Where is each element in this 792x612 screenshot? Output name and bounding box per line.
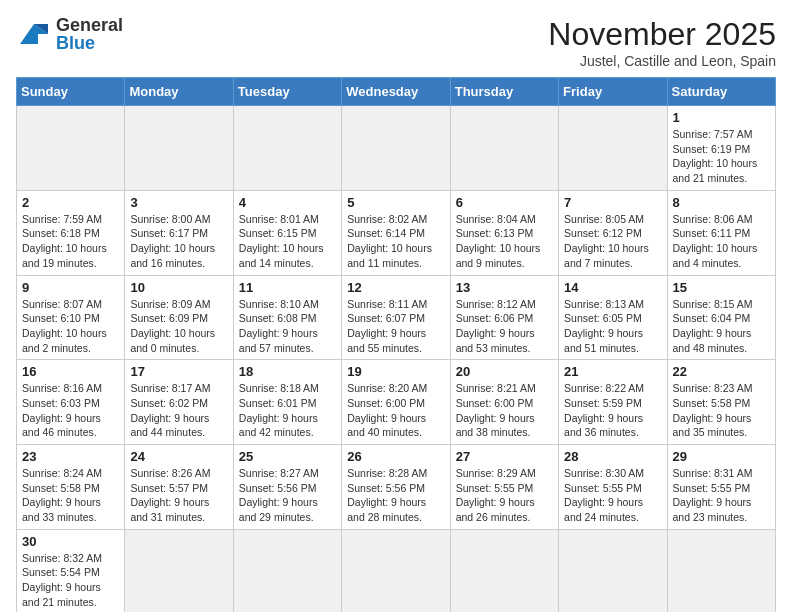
day-info: Sunrise: 8:22 AM Sunset: 5:59 PM Dayligh…: [564, 381, 661, 440]
day-number: 29: [673, 449, 770, 464]
table-row: 15Sunrise: 8:15 AM Sunset: 6:04 PM Dayli…: [667, 275, 775, 360]
calendar-row: 23Sunrise: 8:24 AM Sunset: 5:58 PM Dayli…: [17, 445, 776, 530]
table-row: 28Sunrise: 8:30 AM Sunset: 5:55 PM Dayli…: [559, 445, 667, 530]
calendar-row: 30Sunrise: 8:32 AM Sunset: 5:54 PM Dayli…: [17, 529, 776, 612]
calendar-row: 2Sunrise: 7:59 AM Sunset: 6:18 PM Daylig…: [17, 190, 776, 275]
table-row: 20Sunrise: 8:21 AM Sunset: 6:00 PM Dayli…: [450, 360, 558, 445]
table-row: 10Sunrise: 8:09 AM Sunset: 6:09 PM Dayli…: [125, 275, 233, 360]
table-row: 8Sunrise: 8:06 AM Sunset: 6:11 PM Daylig…: [667, 190, 775, 275]
table-row: [450, 529, 558, 612]
day-number: 9: [22, 280, 119, 295]
table-row: [559, 529, 667, 612]
header-saturday: Saturday: [667, 78, 775, 106]
table-row: 19Sunrise: 8:20 AM Sunset: 6:00 PM Dayli…: [342, 360, 450, 445]
page-header: GeneralBlue November 2025 Justel, Castil…: [16, 16, 776, 69]
table-row: 22Sunrise: 8:23 AM Sunset: 5:58 PM Dayli…: [667, 360, 775, 445]
table-row: 25Sunrise: 8:27 AM Sunset: 5:56 PM Dayli…: [233, 445, 341, 530]
day-info: Sunrise: 7:57 AM Sunset: 6:19 PM Dayligh…: [673, 127, 770, 186]
day-info: Sunrise: 8:30 AM Sunset: 5:55 PM Dayligh…: [564, 466, 661, 525]
table-row: 3Sunrise: 8:00 AM Sunset: 6:17 PM Daylig…: [125, 190, 233, 275]
day-number: 17: [130, 364, 227, 379]
day-number: 11: [239, 280, 336, 295]
table-row: [17, 106, 125, 191]
table-row: 27Sunrise: 8:29 AM Sunset: 5:55 PM Dayli…: [450, 445, 558, 530]
table-row: [342, 106, 450, 191]
table-row: 16Sunrise: 8:16 AM Sunset: 6:03 PM Dayli…: [17, 360, 125, 445]
day-number: 2: [22, 195, 119, 210]
header-sunday: Sunday: [17, 78, 125, 106]
table-row: 7Sunrise: 8:05 AM Sunset: 6:12 PM Daylig…: [559, 190, 667, 275]
day-info: Sunrise: 8:31 AM Sunset: 5:55 PM Dayligh…: [673, 466, 770, 525]
day-info: Sunrise: 8:16 AM Sunset: 6:03 PM Dayligh…: [22, 381, 119, 440]
day-number: 18: [239, 364, 336, 379]
day-info: Sunrise: 8:20 AM Sunset: 6:00 PM Dayligh…: [347, 381, 444, 440]
table-row: 6Sunrise: 8:04 AM Sunset: 6:13 PM Daylig…: [450, 190, 558, 275]
table-row: [342, 529, 450, 612]
day-number: 22: [673, 364, 770, 379]
day-number: 30: [22, 534, 119, 549]
table-row: [125, 529, 233, 612]
day-info: Sunrise: 8:00 AM Sunset: 6:17 PM Dayligh…: [130, 212, 227, 271]
day-number: 15: [673, 280, 770, 295]
day-info: Sunrise: 7:59 AM Sunset: 6:18 PM Dayligh…: [22, 212, 119, 271]
table-row: 26Sunrise: 8:28 AM Sunset: 5:56 PM Dayli…: [342, 445, 450, 530]
logo: GeneralBlue: [16, 16, 123, 52]
table-row: 4Sunrise: 8:01 AM Sunset: 6:15 PM Daylig…: [233, 190, 341, 275]
table-row: [667, 529, 775, 612]
day-number: 23: [22, 449, 119, 464]
day-number: 3: [130, 195, 227, 210]
day-number: 16: [22, 364, 119, 379]
day-info: Sunrise: 8:17 AM Sunset: 6:02 PM Dayligh…: [130, 381, 227, 440]
day-number: 4: [239, 195, 336, 210]
table-row: 1Sunrise: 7:57 AM Sunset: 6:19 PM Daylig…: [667, 106, 775, 191]
header-monday: Monday: [125, 78, 233, 106]
header-tuesday: Tuesday: [233, 78, 341, 106]
day-info: Sunrise: 8:18 AM Sunset: 6:01 PM Dayligh…: [239, 381, 336, 440]
weekday-header-row: Sunday Monday Tuesday Wednesday Thursday…: [17, 78, 776, 106]
day-number: 28: [564, 449, 661, 464]
table-row: 14Sunrise: 8:13 AM Sunset: 6:05 PM Dayli…: [559, 275, 667, 360]
table-row: 11Sunrise: 8:10 AM Sunset: 6:08 PM Dayli…: [233, 275, 341, 360]
location: Justel, Castille and Leon, Spain: [548, 53, 776, 69]
day-number: 19: [347, 364, 444, 379]
day-info: Sunrise: 8:02 AM Sunset: 6:14 PM Dayligh…: [347, 212, 444, 271]
calendar-row: 9Sunrise: 8:07 AM Sunset: 6:10 PM Daylig…: [17, 275, 776, 360]
day-number: 7: [564, 195, 661, 210]
table-row: 5Sunrise: 8:02 AM Sunset: 6:14 PM Daylig…: [342, 190, 450, 275]
day-number: 21: [564, 364, 661, 379]
day-info: Sunrise: 8:28 AM Sunset: 5:56 PM Dayligh…: [347, 466, 444, 525]
day-info: Sunrise: 8:15 AM Sunset: 6:04 PM Dayligh…: [673, 297, 770, 356]
header-thursday: Thursday: [450, 78, 558, 106]
day-info: Sunrise: 8:12 AM Sunset: 6:06 PM Dayligh…: [456, 297, 553, 356]
day-info: Sunrise: 8:04 AM Sunset: 6:13 PM Dayligh…: [456, 212, 553, 271]
table-row: [559, 106, 667, 191]
day-info: Sunrise: 8:29 AM Sunset: 5:55 PM Dayligh…: [456, 466, 553, 525]
day-info: Sunrise: 8:13 AM Sunset: 6:05 PM Dayligh…: [564, 297, 661, 356]
table-row: [233, 106, 341, 191]
table-row: 24Sunrise: 8:26 AM Sunset: 5:57 PM Dayli…: [125, 445, 233, 530]
table-row: [125, 106, 233, 191]
logo-text: GeneralBlue: [56, 16, 123, 52]
day-info: Sunrise: 8:06 AM Sunset: 6:11 PM Dayligh…: [673, 212, 770, 271]
table-row: 12Sunrise: 8:11 AM Sunset: 6:07 PM Dayli…: [342, 275, 450, 360]
day-number: 13: [456, 280, 553, 295]
day-number: 14: [564, 280, 661, 295]
day-number: 8: [673, 195, 770, 210]
table-row: 2Sunrise: 7:59 AM Sunset: 6:18 PM Daylig…: [17, 190, 125, 275]
day-info: Sunrise: 8:05 AM Sunset: 6:12 PM Dayligh…: [564, 212, 661, 271]
day-info: Sunrise: 8:24 AM Sunset: 5:58 PM Dayligh…: [22, 466, 119, 525]
table-row: 9Sunrise: 8:07 AM Sunset: 6:10 PM Daylig…: [17, 275, 125, 360]
day-info: Sunrise: 8:01 AM Sunset: 6:15 PM Dayligh…: [239, 212, 336, 271]
month-title: November 2025: [548, 16, 776, 53]
calendar-table: Sunday Monday Tuesday Wednesday Thursday…: [16, 77, 776, 612]
table-row: 21Sunrise: 8:22 AM Sunset: 5:59 PM Dayli…: [559, 360, 667, 445]
header-wednesday: Wednesday: [342, 78, 450, 106]
day-info: Sunrise: 8:07 AM Sunset: 6:10 PM Dayligh…: [22, 297, 119, 356]
day-info: Sunrise: 8:11 AM Sunset: 6:07 PM Dayligh…: [347, 297, 444, 356]
table-row: 18Sunrise: 8:18 AM Sunset: 6:01 PM Dayli…: [233, 360, 341, 445]
title-block: November 2025 Justel, Castille and Leon,…: [548, 16, 776, 69]
day-number: 24: [130, 449, 227, 464]
day-number: 1: [673, 110, 770, 125]
day-number: 20: [456, 364, 553, 379]
day-info: Sunrise: 8:09 AM Sunset: 6:09 PM Dayligh…: [130, 297, 227, 356]
